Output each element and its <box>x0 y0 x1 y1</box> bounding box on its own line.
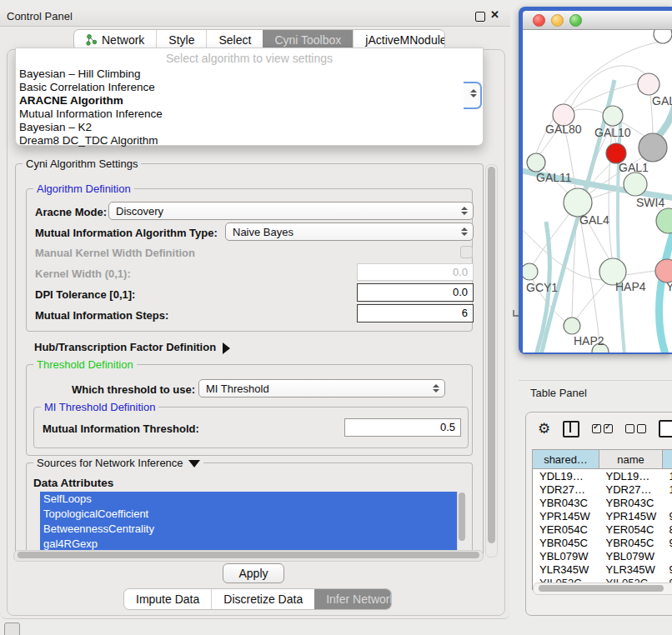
which-threshold-label: Which threshold to use: <box>72 383 195 396</box>
manual-kernel-checkbox[interactable] <box>460 246 473 258</box>
settings-vertical-scrollbar[interactable] <box>485 164 498 558</box>
table-row[interactable]: YLR345WYLR345W9. <box>533 562 672 576</box>
aracne-mode-label: Aracne Mode: <box>35 206 107 218</box>
attributes-scrollbar[interactable] <box>457 492 466 552</box>
obscured-combo-fragment <box>464 82 482 109</box>
dropdown-item[interactable]: Dream8 DC_TDC Algorithm <box>19 134 158 147</box>
table-row[interactable]: YDR27…YDR27…12 <box>533 482 672 496</box>
dropdown-item[interactable]: Basic Correlation Inference <box>19 81 155 93</box>
node-label: GAL10 <box>594 126 631 139</box>
bottom-tabbar: Impute Data Discretize Data Infer Networ… <box>123 588 392 610</box>
node-label: GAL4 <box>579 213 609 227</box>
mi-type-combobox[interactable]: Naive Bayes <box>225 222 474 241</box>
node-gal11[interactable] <box>527 153 545 172</box>
threshold-definition-title: Threshold Definition <box>33 358 137 371</box>
tab-impute-data[interactable]: Impute Data <box>124 589 211 609</box>
node-label: SWI4 <box>636 196 664 209</box>
node-right-green[interactable] <box>656 208 672 233</box>
gear-icon[interactable]: ⚙ <box>538 422 550 436</box>
mi-type-label: Mutual Information Algorithm Type: <box>35 227 218 239</box>
combo-spinner-icon <box>461 228 468 236</box>
close-traffic-light-icon[interactable] <box>533 14 545 27</box>
float-window-icon[interactable] <box>475 12 485 22</box>
control-panel-titlebar[interactable]: Control Panel ✕ <box>0 7 510 27</box>
node-salmon[interactable] <box>655 259 672 282</box>
settings-horizontal-scrollbar[interactable] <box>13 550 484 562</box>
node-label: Y <box>666 280 672 293</box>
table-row[interactable]: YBR045CYBR045C9. <box>533 536 672 549</box>
dropdown-item[interactable]: Bayesian – Hill Climbing <box>19 68 141 80</box>
node-label: GAL1 <box>619 161 649 174</box>
network-icon <box>86 34 97 46</box>
hub-definition-toggle[interactable]: Hub/Transcription Factor Definition <box>34 341 230 354</box>
mi-threshold-group: MI Threshold Definition Mutual Informati… <box>33 407 469 448</box>
document-icon[interactable] <box>659 420 672 438</box>
dropdown-item-selected[interactable]: ARACNE Algorithm <box>19 94 123 107</box>
node-gal-cut[interactable] <box>638 73 659 95</box>
settings-horizontal-scrollbar-thumb[interactable] <box>18 552 479 558</box>
close-icon[interactable]: ✕ <box>490 8 499 21</box>
list-item[interactable]: SelfLoops <box>43 492 460 507</box>
column-header-shared-name[interactable]: shared… <box>533 450 599 469</box>
tab-infer-network[interactable]: Infer Network <box>314 589 392 609</box>
table-row[interactable]: YPR145WYPR145W9. <box>533 509 672 522</box>
data-attributes-label: Data Attributes <box>33 477 113 489</box>
minimized-panel-icon[interactable] <box>4 622 20 635</box>
algorithm-definition-group: Algorithm Definition Aracne Mode: Discov… <box>26 188 473 332</box>
aracne-mode-combobox[interactable]: Discovery <box>108 202 474 220</box>
tab-network-label: Network <box>102 33 144 47</box>
column-header-name[interactable]: name <box>599 450 663 469</box>
node-label: GAL11 <box>536 171 572 184</box>
tab-discretize-data[interactable]: Discretize Data <box>211 589 314 609</box>
node-gcy1[interactable] <box>523 263 538 280</box>
minimize-traffic-light-icon[interactable] <box>551 14 564 27</box>
dropdown-item[interactable]: Bayesian – K2 <box>19 121 92 133</box>
node-label: HAP4 <box>615 280 646 293</box>
dropdown-item[interactable]: Mutual Information Inference <box>19 108 163 120</box>
which-threshold-combobox[interactable]: MI Threshold <box>198 379 445 398</box>
mi-steps-label: Mutual Information Steps: <box>35 309 168 322</box>
kernel-width-input[interactable]: 0.0 <box>357 263 474 281</box>
node-gal4[interactable] <box>564 188 592 217</box>
network-canvas[interactable]: GAL GAL80 GAL10 GAL11 GAL1 SWI4 GAL4 GCY… <box>523 30 672 352</box>
dpi-tolerance-input[interactable]: 0.0 <box>357 283 474 302</box>
sources-title[interactable]: Sources for Network Inference <box>33 457 203 469</box>
node-hap2[interactable] <box>564 318 580 334</box>
table-row[interactable]: YBL079WYBL079W <box>533 549 672 562</box>
table-row[interactable]: YER054CYER054C8. <box>533 522 672 536</box>
algorithm-dropdown-placeholder: Select algorithm to view settings <box>16 52 483 65</box>
network-window-titlebar[interactable] <box>523 11 672 30</box>
sources-group: Sources for Network Inference Data Attri… <box>26 462 473 553</box>
list-item[interactable]: BetweennessCentrality <box>43 522 460 537</box>
cyni-algorithm-settings-group: Cyni Algorithm Settings Algorithm Defini… <box>15 163 484 557</box>
hide-columns-button[interactable] <box>625 422 646 437</box>
mi-steps-input[interactable]: 6 <box>357 304 474 322</box>
table-row[interactable]: YDL19…YDL19…13 <box>533 469 672 483</box>
collapsed-arrow-icon <box>223 342 230 354</box>
desktop: Control Panel ✕ Network Style Se <box>0 0 672 635</box>
node-swi4[interactable] <box>624 172 647 196</box>
table-panel-title: Table Panel <box>530 387 587 399</box>
zoom-traffic-light-icon[interactable] <box>569 14 582 27</box>
node-gray[interactable] <box>639 133 667 162</box>
column-layout-icon[interactable] <box>563 421 579 438</box>
table-toolbar: ⚙ <box>538 420 672 438</box>
node-label: HAP2 <box>574 334 604 348</box>
apply-button[interactable]: Apply <box>223 563 284 583</box>
node-label: GAL <box>652 94 672 108</box>
node-table: shared… name A YDL19…YDL19…13 YDR27…YDR2… <box>532 449 672 590</box>
list-item[interactable]: TopologicalCoefficient <box>43 507 460 522</box>
settings-vertical-scrollbar-thumb[interactable] <box>488 167 495 543</box>
kernel-width-label: Kernel Width (0,1): <box>35 268 131 280</box>
mi-threshold-input[interactable]: 0.5 <box>344 418 461 437</box>
attributes-scrollbar-thumb[interactable] <box>459 492 465 541</box>
data-attributes-list[interactable]: SelfLoops TopologicalCoefficient Between… <box>40 492 460 552</box>
node-gal10[interactable] <box>603 106 623 126</box>
table-horizontal-scrollbar[interactable] <box>533 582 672 595</box>
show-checked-columns-button[interactable] <box>592 422 613 437</box>
node-unlabeled[interactable] <box>654 30 672 43</box>
column-header-partial[interactable]: A <box>663 450 672 469</box>
table-row[interactable]: YBR043CYBR043C <box>533 496 672 509</box>
table-panel-window: ⚙ shared… name A YDL19…YDL19…13 YDR27…YD… <box>525 412 672 616</box>
table-horizontal-scrollbar-thumb[interactable] <box>539 585 664 592</box>
